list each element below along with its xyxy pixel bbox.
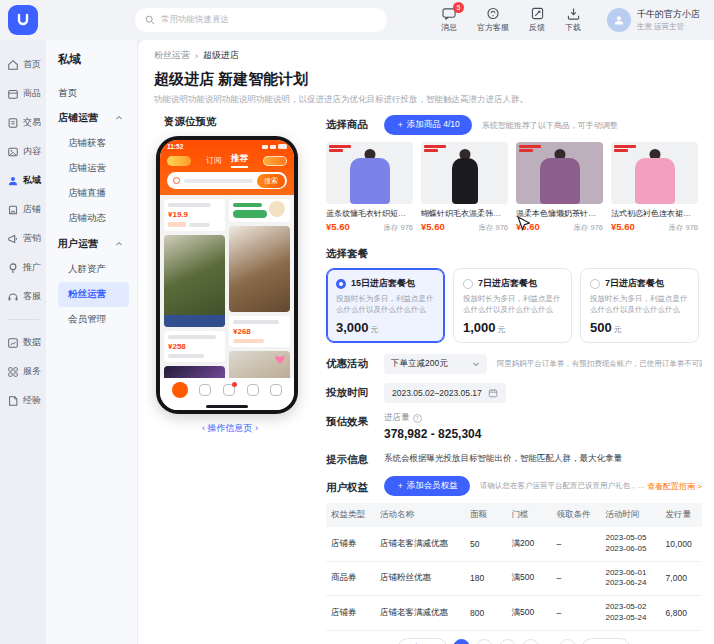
prev-page-button[interactable]: ‹ 上一页 — [398, 638, 447, 644]
rail-item-experience[interactable]: 经验 — [0, 386, 46, 415]
phone-feed: ¥19.9 ¥258 — [160, 195, 294, 378]
sidebar-item-shop-live[interactable]: 店铺直播 — [58, 181, 129, 206]
grid-icon — [7, 366, 19, 378]
date-range-input[interactable]: 2023.05.02–2023.05.17 — [384, 383, 506, 403]
rail-item-private-domain[interactable]: 私域 — [0, 166, 46, 195]
sidebar-item-audience-assets[interactable]: 人群资产 — [58, 257, 129, 282]
feed-price: ¥19.9 — [168, 210, 221, 219]
schedule-label: 投放时间 — [326, 383, 384, 400]
chevron-down-icon — [472, 360, 480, 368]
feedback-icon — [531, 7, 544, 20]
feed-image-plush — [164, 366, 225, 378]
feed-card: ¥258 — [164, 331, 225, 362]
package-card-15d[interactable]: 15日进店套餐包 投放时长为多日，利益点是什么什么什以及什么什么什么 3,000… — [326, 268, 445, 343]
rail-item-goods[interactable]: 商品 — [0, 79, 46, 108]
brand-badge — [329, 145, 351, 152]
messages-button[interactable]: 消息 5 — [441, 7, 457, 33]
page-4-button[interactable]: 4 — [522, 639, 539, 644]
add-benefit-button[interactable]: ＋ 添加会员权益 — [384, 476, 470, 496]
breadcrumb-current: 超级进店 — [203, 49, 239, 62]
page-1-button[interactable]: 1 — [453, 639, 470, 644]
feedback-button[interactable]: 反馈 — [529, 7, 545, 33]
preview-pager[interactable]: ‹ 操作信息页 › — [154, 422, 306, 435]
account-menu[interactable]: 千牛的官方小店 生意 运营主管 — [607, 8, 700, 32]
radio-icon[interactable] — [463, 279, 473, 289]
search-icon — [145, 15, 155, 25]
sidebar-item-fans-operation[interactable]: 粉丝运营 — [58, 282, 129, 307]
sidebar-item-member-management[interactable]: 会员管理 — [58, 307, 129, 332]
rail-item-data[interactable]: 数据 — [0, 328, 46, 357]
support-icon — [7, 291, 19, 303]
package-cards: 15日进店套餐包 投放时长为多日，利益点是什么什么什以及什么什么什么 3,000… — [326, 268, 702, 343]
product-stock: 库存 976 — [478, 223, 508, 233]
phone-right-pill — [263, 156, 287, 166]
rail-item-promotion[interactable]: 推广 — [0, 253, 46, 282]
package-card-7d-b[interactable]: 7日进店套餐包 投放时长为多日，利益点是什么什么什以及什么什么什么 500元 — [580, 268, 699, 343]
next-page-button[interactable]: 下一页 › — [582, 638, 631, 644]
table-row: 店铺券店铺老客满减优惠50满200– 2023-05-052023-06-05 … — [326, 527, 702, 561]
sidebar-item-shop-operation[interactable]: 店铺运营 — [58, 156, 129, 181]
product-stock: 库存 976 — [668, 223, 698, 233]
download-icon — [567, 7, 580, 20]
rail-item-shop[interactable]: 店铺 — [0, 195, 46, 224]
sidebar-item-home[interactable]: 首页 — [58, 81, 129, 105]
table-row: 店铺券店铺老客满减优惠800满500– 2023-05-022023-05-24… — [326, 596, 702, 631]
mouse-cursor — [517, 216, 530, 232]
products-label: 选择商品 — [326, 115, 384, 132]
phone-time: 11:52 — [167, 143, 183, 150]
product-price: ¥5.60 — [611, 221, 635, 232]
calendar-icon — [488, 388, 498, 398]
receipt-icon — [7, 117, 19, 129]
product-card[interactable]: 蓝条纹慵毛衣针织短袖… ¥5.60库存 976 — [326, 142, 413, 233]
app-logo[interactable] — [8, 5, 38, 35]
rail-item-trade[interactable]: 交易 — [0, 108, 46, 137]
sidebar-group-user-ops[interactable]: 用户运营 — [58, 231, 129, 257]
rail-item-marketing[interactable]: 营销 — [0, 224, 46, 253]
brand-badge — [519, 145, 541, 152]
search-input[interactable]: 常用功能快速直达 — [135, 8, 387, 32]
page-10-button[interactable]: 10 — [559, 639, 576, 644]
phone-tab-follow: 订阅 — [206, 155, 222, 166]
green-cta-pill — [233, 210, 267, 218]
document-icon — [7, 395, 19, 407]
radio-selected-icon[interactable] — [336, 279, 346, 289]
phone-tabbar — [160, 378, 294, 402]
sidebar-group-shop-ops[interactable]: 店铺运营 — [58, 105, 129, 131]
phone-tab-home-icon — [172, 382, 188, 398]
rail-item-home[interactable]: 首页 — [0, 50, 46, 79]
phone-home-indicator — [160, 402, 294, 410]
breadcrumb-parent[interactable]: 粉丝运营 — [154, 49, 190, 62]
package-card-7d-a[interactable]: 7日进店套餐包 投放时长为多日，利益点是什么什么什以及什么什么什么 1,000元 — [453, 268, 572, 343]
add-product-button[interactable]: ＋ 添加商品 4/10 — [384, 115, 472, 135]
product-image — [326, 142, 413, 204]
message-badge: 5 — [453, 2, 464, 13]
sidebar-item-shop-feed[interactable]: 店铺动态 — [58, 206, 129, 231]
phone-tab-icon — [247, 384, 259, 396]
config-guide-link[interactable]: 查看配置指南 > — [647, 481, 702, 492]
promo-hint: 阿里妈妈平台订单券，有预扣费现金账户，已使用订单券不可回退 — [497, 354, 702, 369]
official-support-button[interactable]: 官方客服 — [477, 7, 509, 33]
product-image — [611, 142, 698, 204]
topbar: 常用功能快速直达 消息 5 官方客服 反馈 下载 — [0, 0, 714, 40]
avatar — [607, 8, 631, 32]
primary-nav-rail: 首页 商品 交易 内容 私域 店铺 — [0, 40, 46, 644]
product-card[interactable]: 蝴蝶针织毛衣温柔韩版… ¥5.60库存 976 — [421, 142, 508, 233]
page-2-button[interactable]: 2 — [476, 639, 493, 644]
info-icon[interactable] — [413, 414, 422, 423]
storefront-icon — [7, 204, 19, 216]
download-button[interactable]: 下载 — [565, 7, 581, 33]
box-icon — [7, 88, 19, 100]
promo-select[interactable]: 下单立减200元 — [384, 354, 487, 374]
main-content: 粉丝运营 › 超级进店 超级进店 新建智能计划 功能说明功能说明功能说明功能说明… — [138, 40, 714, 644]
page-3-button[interactable]: 3 — [499, 639, 516, 644]
sidebar-item-shop-acquisition[interactable]: 店铺获客 — [58, 131, 129, 156]
packages-label: 选择套餐 — [326, 244, 384, 261]
phone-search-button: 搜索 — [257, 174, 285, 188]
form-column: 选择商品 ＋ 添加商品 4/10 系统智能推荐了以下商品，可手动调整 蓝条纹慵毛… — [326, 115, 702, 644]
rail-item-content[interactable]: 内容 — [0, 137, 46, 166]
phone-search-bar: 搜索 — [167, 172, 287, 189]
rail-item-services-market[interactable]: 服务 — [0, 357, 46, 386]
product-card[interactable]: 法式初恋衬色连衣裙仙… ¥5.60库存 976 — [611, 142, 698, 233]
rail-item-service[interactable]: 客服 — [0, 282, 46, 311]
radio-icon[interactable] — [590, 279, 600, 289]
